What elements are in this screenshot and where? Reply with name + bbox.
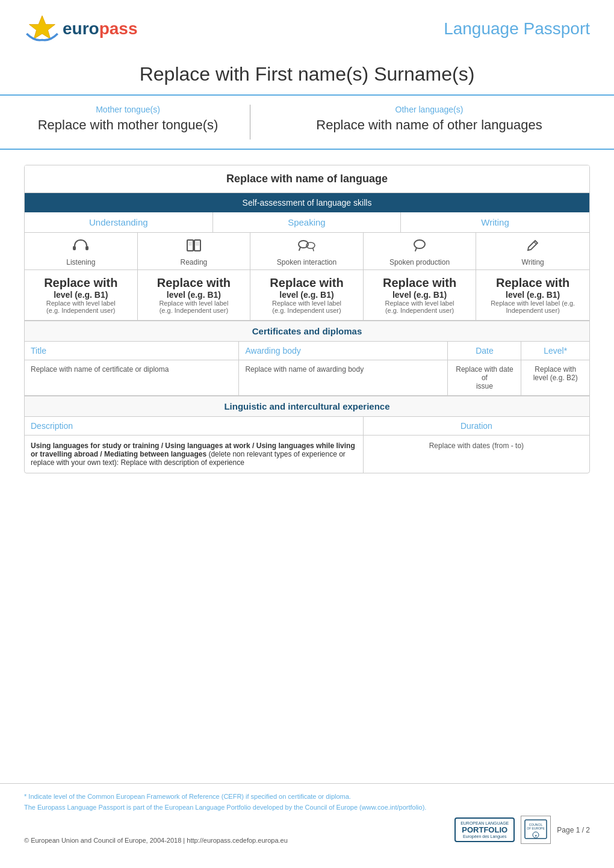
svg-rect-1 (73, 246, 76, 250)
other-language-value: Replace with name of other languages (268, 117, 590, 133)
cert-col-date: Date (448, 342, 521, 360)
portfolio-label-top: European Language (460, 821, 509, 825)
name-section: Replace with First name(s) Surname(s) (0, 51, 614, 96)
cert-data-row: Replace with name of certificate or dipl… (25, 360, 589, 396)
reading-icon (141, 239, 247, 256)
council-of-europe-badge: COUNCIL OF EUROPE ★ (521, 816, 551, 844)
page-number: Page 1 / 2 (557, 826, 590, 834)
skills-icons-row: Listening Reading (25, 233, 589, 270)
mother-tongue-label: Mother tongue(s) (24, 105, 232, 114)
reading-level: Replace with level (e.g. B1) Replace wit… (138, 270, 251, 320)
col-speaking: Speaking (213, 212, 402, 232)
cert-col-level: Level* (521, 342, 589, 360)
svg-point-12 (414, 240, 425, 248)
language-table: Replace with name of language Self-asses… (24, 165, 590, 473)
writing-icon-cell: Writing (476, 233, 589, 269)
footer-note2: The Europass Language Passport is part o… (24, 804, 590, 811)
footer-copyright: © European Union and Council of Europe, … (24, 837, 288, 844)
cert-data-awarding: Replace with name of awarding body (239, 360, 448, 395)
certificates-section: Certificates and diplomas Title Awarding… (25, 321, 589, 396)
cert-header-row: Title Awarding body Date Level* (25, 342, 589, 360)
mother-tongue-value: Replace with mother tongue(s) (24, 117, 232, 133)
col-writing: Writing (401, 212, 589, 232)
col-understanding: Understanding (25, 212, 213, 232)
header: europass Language Passport (0, 0, 614, 51)
full-name: Replace with First name(s) Surname(s) (24, 63, 590, 85)
portfolio-title: PORTFOLIO (460, 825, 509, 834)
ling-data-dur: Replace with dates (from - to) (364, 436, 589, 473)
svg-text:OF EUROPE: OF EUROPE (527, 826, 545, 830)
ling-title: Linguistic and intercultural experience (25, 396, 589, 417)
writing-icon (479, 239, 586, 256)
spoken-production-icon (367, 239, 473, 256)
ling-col-desc: Description (25, 417, 364, 435)
spoken-production-icon-cell: Spoken production (364, 233, 477, 269)
reading-icon-cell: Reading (138, 233, 251, 269)
cert-title: Certificates and diplomas (25, 321, 589, 342)
footer: * Indicate level of the Common European … (0, 783, 614, 844)
page-title: Language Passport (444, 19, 590, 38)
writing-level: Replace with level (e.g. B1) Replace wit… (476, 270, 589, 320)
cert-col-title: Title (25, 342, 239, 360)
footer-bottom: © European Union and Council of Europe, … (24, 816, 590, 844)
language-table-title: Replace with name of language (25, 165, 589, 193)
svg-rect-4 (194, 240, 200, 251)
logo: europass (24, 12, 138, 45)
mother-tongue-area: Mother tongue(s) Replace with mother ton… (24, 105, 250, 140)
portfolio-badge: European Language PORTFOLIO Européen des… (454, 817, 515, 842)
ling-data-row: Using languages for study or training / … (25, 436, 589, 473)
cert-data-level: Replace withlevel (e.g. B2) (521, 360, 589, 395)
level-row: Replace with level (e.g. B1) Replace wit… (25, 270, 589, 321)
other-language-area: Other language(s) Replace with name of o… (250, 105, 590, 140)
spoken-interaction-icon (253, 239, 360, 256)
other-language-label: Other language(s) (268, 105, 590, 114)
europass-logo-icon (24, 12, 60, 45)
portfolio-sub: Européen des Langues (460, 834, 509, 839)
ling-data-desc: Using languages for study or training / … (25, 436, 364, 473)
skills-header-row: Understanding Speaking Writing (25, 212, 589, 233)
spoken-interaction-level: Replace with level (e.g. B1) Replace wit… (250, 270, 364, 320)
listening-level: Replace with level (e.g. B1) Replace wit… (25, 270, 138, 320)
listening-icon-cell: Listening (25, 233, 138, 269)
listening-icon (28, 239, 134, 256)
linguistic-section: Linguistic and intercultural experience … (25, 396, 589, 473)
cert-col-awarding: Awarding body (239, 342, 448, 360)
spoken-production-level: Replace with level (e.g. B1) Replace wit… (364, 270, 477, 320)
svg-marker-0 (29, 16, 55, 39)
spoken-interaction-icon-cell: Spoken interaction (250, 233, 364, 269)
footer-note1: * Indicate level of the Common European … (24, 793, 590, 800)
footer-logos: European Language PORTFOLIO Européen des… (454, 816, 590, 844)
cert-data-date: Replace with date ofissue (448, 360, 521, 395)
ling-col-dur: Duration (364, 417, 589, 435)
svg-rect-2 (85, 246, 88, 250)
logo-text: europass (63, 19, 138, 38)
self-assessment-title: Self-assessment of language skills (25, 193, 589, 212)
svg-rect-3 (187, 240, 193, 251)
cert-data-title: Replace with name of certificate or dipl… (25, 360, 239, 395)
tongue-section: Mother tongue(s) Replace with mother ton… (0, 96, 614, 150)
svg-text:★: ★ (535, 834, 538, 837)
ling-header-row: Description Duration (25, 417, 589, 436)
